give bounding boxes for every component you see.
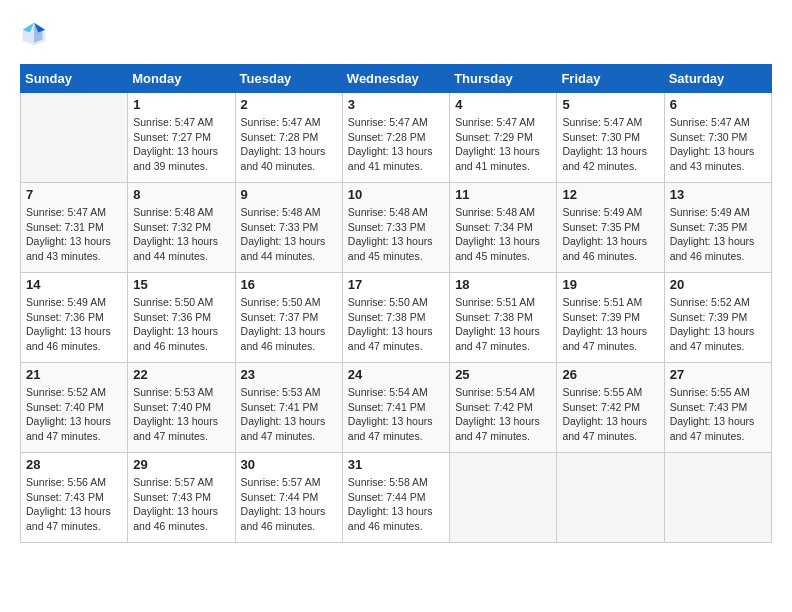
calendar-cell: 18Sunrise: 5:51 AMSunset: 7:38 PMDayligh… [450, 273, 557, 363]
cell-info: Sunrise: 5:47 AMSunset: 7:28 PMDaylight:… [348, 115, 444, 174]
calendar-week-row: 21Sunrise: 5:52 AMSunset: 7:40 PMDayligh… [21, 363, 772, 453]
calendar-cell: 28Sunrise: 5:56 AMSunset: 7:43 PMDayligh… [21, 453, 128, 543]
calendar-cell: 8Sunrise: 5:48 AMSunset: 7:32 PMDaylight… [128, 183, 235, 273]
cell-info: Sunrise: 5:52 AMSunset: 7:39 PMDaylight:… [670, 295, 766, 354]
day-number: 26 [562, 367, 658, 382]
calendar-cell [664, 453, 771, 543]
day-number: 24 [348, 367, 444, 382]
calendar-cell: 7Sunrise: 5:47 AMSunset: 7:31 PMDaylight… [21, 183, 128, 273]
cell-info: Sunrise: 5:52 AMSunset: 7:40 PMDaylight:… [26, 385, 122, 444]
day-number: 6 [670, 97, 766, 112]
calendar-cell: 6Sunrise: 5:47 AMSunset: 7:30 PMDaylight… [664, 93, 771, 183]
calendar-cell: 4Sunrise: 5:47 AMSunset: 7:29 PMDaylight… [450, 93, 557, 183]
cell-info: Sunrise: 5:50 AMSunset: 7:37 PMDaylight:… [241, 295, 337, 354]
calendar-table: SundayMondayTuesdayWednesdayThursdayFrid… [20, 64, 772, 543]
cell-info: Sunrise: 5:53 AMSunset: 7:40 PMDaylight:… [133, 385, 229, 444]
calendar-cell: 14Sunrise: 5:49 AMSunset: 7:36 PMDayligh… [21, 273, 128, 363]
cell-info: Sunrise: 5:55 AMSunset: 7:43 PMDaylight:… [670, 385, 766, 444]
cell-info: Sunrise: 5:48 AMSunset: 7:33 PMDaylight:… [241, 205, 337, 264]
day-number: 5 [562, 97, 658, 112]
cell-info: Sunrise: 5:57 AMSunset: 7:43 PMDaylight:… [133, 475, 229, 534]
cell-info: Sunrise: 5:47 AMSunset: 7:28 PMDaylight:… [241, 115, 337, 174]
cell-info: Sunrise: 5:50 AMSunset: 7:38 PMDaylight:… [348, 295, 444, 354]
cell-info: Sunrise: 5:57 AMSunset: 7:44 PMDaylight:… [241, 475, 337, 534]
day-number: 23 [241, 367, 337, 382]
calendar-cell: 3Sunrise: 5:47 AMSunset: 7:28 PMDaylight… [342, 93, 449, 183]
cell-info: Sunrise: 5:56 AMSunset: 7:43 PMDaylight:… [26, 475, 122, 534]
calendar-cell: 26Sunrise: 5:55 AMSunset: 7:42 PMDayligh… [557, 363, 664, 453]
cell-info: Sunrise: 5:50 AMSunset: 7:36 PMDaylight:… [133, 295, 229, 354]
page-header [20, 20, 772, 48]
calendar-cell: 16Sunrise: 5:50 AMSunset: 7:37 PMDayligh… [235, 273, 342, 363]
day-number: 18 [455, 277, 551, 292]
calendar-cell: 12Sunrise: 5:49 AMSunset: 7:35 PMDayligh… [557, 183, 664, 273]
logo [20, 20, 52, 48]
day-number: 16 [241, 277, 337, 292]
weekday-header: Sunday [21, 65, 128, 93]
cell-info: Sunrise: 5:54 AMSunset: 7:41 PMDaylight:… [348, 385, 444, 444]
calendar-cell: 10Sunrise: 5:48 AMSunset: 7:33 PMDayligh… [342, 183, 449, 273]
cell-info: Sunrise: 5:48 AMSunset: 7:33 PMDaylight:… [348, 205, 444, 264]
cell-info: Sunrise: 5:49 AMSunset: 7:35 PMDaylight:… [562, 205, 658, 264]
calendar-cell: 22Sunrise: 5:53 AMSunset: 7:40 PMDayligh… [128, 363, 235, 453]
day-number: 15 [133, 277, 229, 292]
cell-info: Sunrise: 5:48 AMSunset: 7:32 PMDaylight:… [133, 205, 229, 264]
cell-info: Sunrise: 5:49 AMSunset: 7:36 PMDaylight:… [26, 295, 122, 354]
day-number: 8 [133, 187, 229, 202]
day-number: 7 [26, 187, 122, 202]
day-number: 9 [241, 187, 337, 202]
calendar-cell: 31Sunrise: 5:58 AMSunset: 7:44 PMDayligh… [342, 453, 449, 543]
day-number: 19 [562, 277, 658, 292]
cell-info: Sunrise: 5:53 AMSunset: 7:41 PMDaylight:… [241, 385, 337, 444]
weekday-header-row: SundayMondayTuesdayWednesdayThursdayFrid… [21, 65, 772, 93]
day-number: 25 [455, 367, 551, 382]
cell-info: Sunrise: 5:55 AMSunset: 7:42 PMDaylight:… [562, 385, 658, 444]
calendar-cell: 17Sunrise: 5:50 AMSunset: 7:38 PMDayligh… [342, 273, 449, 363]
cell-info: Sunrise: 5:47 AMSunset: 7:29 PMDaylight:… [455, 115, 551, 174]
logo-icon [20, 20, 48, 48]
weekday-header: Friday [557, 65, 664, 93]
day-number: 17 [348, 277, 444, 292]
weekday-header: Monday [128, 65, 235, 93]
day-number: 10 [348, 187, 444, 202]
calendar-cell: 15Sunrise: 5:50 AMSunset: 7:36 PMDayligh… [128, 273, 235, 363]
cell-info: Sunrise: 5:51 AMSunset: 7:39 PMDaylight:… [562, 295, 658, 354]
calendar-cell: 13Sunrise: 5:49 AMSunset: 7:35 PMDayligh… [664, 183, 771, 273]
day-number: 13 [670, 187, 766, 202]
cell-info: Sunrise: 5:47 AMSunset: 7:30 PMDaylight:… [562, 115, 658, 174]
weekday-header: Saturday [664, 65, 771, 93]
calendar-cell: 2Sunrise: 5:47 AMSunset: 7:28 PMDaylight… [235, 93, 342, 183]
day-number: 14 [26, 277, 122, 292]
day-number: 12 [562, 187, 658, 202]
weekday-header: Thursday [450, 65, 557, 93]
day-number: 27 [670, 367, 766, 382]
cell-info: Sunrise: 5:54 AMSunset: 7:42 PMDaylight:… [455, 385, 551, 444]
day-number: 31 [348, 457, 444, 472]
calendar-cell [450, 453, 557, 543]
day-number: 29 [133, 457, 229, 472]
calendar-week-row: 14Sunrise: 5:49 AMSunset: 7:36 PMDayligh… [21, 273, 772, 363]
calendar-week-row: 28Sunrise: 5:56 AMSunset: 7:43 PMDayligh… [21, 453, 772, 543]
calendar-cell: 24Sunrise: 5:54 AMSunset: 7:41 PMDayligh… [342, 363, 449, 453]
cell-info: Sunrise: 5:47 AMSunset: 7:31 PMDaylight:… [26, 205, 122, 264]
calendar-cell: 30Sunrise: 5:57 AMSunset: 7:44 PMDayligh… [235, 453, 342, 543]
day-number: 11 [455, 187, 551, 202]
calendar-cell: 21Sunrise: 5:52 AMSunset: 7:40 PMDayligh… [21, 363, 128, 453]
cell-info: Sunrise: 5:49 AMSunset: 7:35 PMDaylight:… [670, 205, 766, 264]
calendar-cell: 23Sunrise: 5:53 AMSunset: 7:41 PMDayligh… [235, 363, 342, 453]
day-number: 28 [26, 457, 122, 472]
cell-info: Sunrise: 5:47 AMSunset: 7:30 PMDaylight:… [670, 115, 766, 174]
calendar-cell: 1Sunrise: 5:47 AMSunset: 7:27 PMDaylight… [128, 93, 235, 183]
cell-info: Sunrise: 5:47 AMSunset: 7:27 PMDaylight:… [133, 115, 229, 174]
calendar-cell [21, 93, 128, 183]
day-number: 21 [26, 367, 122, 382]
calendar-cell: 29Sunrise: 5:57 AMSunset: 7:43 PMDayligh… [128, 453, 235, 543]
calendar-week-row: 1Sunrise: 5:47 AMSunset: 7:27 PMDaylight… [21, 93, 772, 183]
day-number: 4 [455, 97, 551, 112]
calendar-cell: 5Sunrise: 5:47 AMSunset: 7:30 PMDaylight… [557, 93, 664, 183]
calendar-cell: 19Sunrise: 5:51 AMSunset: 7:39 PMDayligh… [557, 273, 664, 363]
cell-info: Sunrise: 5:51 AMSunset: 7:38 PMDaylight:… [455, 295, 551, 354]
day-number: 2 [241, 97, 337, 112]
day-number: 22 [133, 367, 229, 382]
cell-info: Sunrise: 5:58 AMSunset: 7:44 PMDaylight:… [348, 475, 444, 534]
